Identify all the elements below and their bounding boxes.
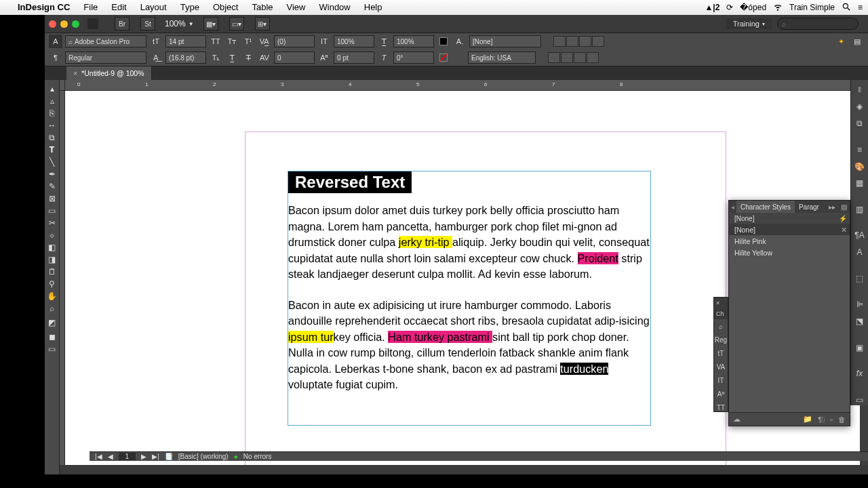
character-mode-icon[interactable]: A — [49, 35, 62, 48]
font-family-input[interactable]: ⌕Adobe Caslon Pro — [65, 35, 146, 47]
menu-edit[interactable]: Edit — [104, 0, 133, 15]
direct-selection-tool-icon[interactable]: ▵ — [45, 95, 60, 107]
content-collector-tool-icon[interactable]: ⧉ — [45, 131, 60, 144]
body-text[interactable]: Bacon ipsum dolor amet duis turkey pork … — [288, 203, 650, 393]
tracking-input[interactable]: 0 — [274, 52, 315, 64]
allcaps-icon[interactable]: TT — [209, 35, 222, 48]
swatches-panel-icon[interactable]: ▦ — [854, 178, 866, 189]
stock-button[interactable]: St — [140, 17, 155, 30]
style-row-none[interactable]: [None] ✕ — [729, 224, 850, 235]
menubar-extras-icon[interactable]: ≡ — [858, 3, 863, 12]
pathfinder-panel-icon[interactable]: ⬔ — [854, 316, 866, 327]
mini-panel-tab[interactable]: Ch — [714, 308, 728, 319]
page-nav-next-icon[interactable]: ▶ — [141, 453, 146, 460]
fill-stroke-swap-icon[interactable]: ◩ — [45, 314, 60, 331]
justify-right-button[interactable] — [574, 52, 586, 63]
line-tool-icon[interactable]: ╲ — [45, 156, 60, 168]
strikethrough-icon[interactable]: T̶ — [241, 51, 255, 64]
color-panel-icon[interactable]: 🎨 — [854, 161, 866, 172]
adobe-cc-icon[interactable]: ▲|2 — [705, 3, 719, 12]
mini-kerning-icon[interactable]: VA — [714, 360, 728, 373]
mini-caps-icon[interactable]: TT — [714, 401, 728, 414]
object-styles-panel-icon[interactable]: ⬚ — [854, 272, 866, 284]
close-window-icon[interactable] — [49, 20, 56, 28]
zoom-window-icon[interactable] — [72, 20, 79, 28]
stroke-panel-icon[interactable]: ≡ — [854, 144, 866, 155]
cc-libraries-icon[interactable]: ▥ — [854, 204, 866, 216]
page-number-input[interactable]: 1 — [119, 453, 136, 460]
screen-mode-button[interactable]: ▭▾ — [229, 17, 244, 30]
hilite-yellow-span[interactable]: jerky tri-tip — [399, 236, 452, 248]
kerning-input[interactable]: (0) — [274, 35, 315, 47]
menu-type[interactable]: Type — [174, 0, 206, 15]
panel-collapse-icon[interactable]: ◂ — [729, 203, 736, 211]
pages-panel-icon[interactable]: ⫴ — [854, 84, 866, 96]
clear-override-icon[interactable]: ✕ — [841, 226, 847, 234]
quick-apply-icon[interactable]: ✦ — [834, 35, 848, 48]
wifi-icon[interactable] — [773, 2, 783, 14]
preflight-errors[interactable]: No errors — [243, 453, 272, 460]
menu-layout[interactable]: Layout — [134, 0, 174, 15]
clear-overrides-icon[interactable]: ¶⃠ — [818, 415, 825, 424]
align-left-button[interactable] — [553, 36, 566, 47]
menu-help[interactable]: Help — [357, 0, 389, 15]
menu-file[interactable]: File — [77, 0, 104, 15]
dropbox-icon[interactable]: �óped — [740, 3, 766, 12]
panel-menu-icon[interactable]: ▤ — [838, 203, 850, 211]
hilite-pink-span[interactable]: Proident — [578, 252, 618, 264]
new-style-flash-icon[interactable]: ⚡ — [839, 215, 847, 222]
screen-mode-tool-icon[interactable]: ▭ — [45, 343, 60, 355]
page-nav-last-icon[interactable]: ▶| — [152, 453, 159, 460]
text-wrap-panel-icon[interactable]: ▣ — [854, 342, 866, 353]
skew-input[interactable]: 0° — [393, 52, 434, 64]
hyperlinks-panel-icon[interactable]: ▭ — [854, 394, 866, 405]
updates-icon[interactable]: ⟳ — [726, 3, 733, 12]
mini-baseline-icon[interactable]: Aª — [714, 387, 728, 401]
mini-font-icon[interactable]: ⌕ — [714, 319, 728, 333]
style-row-hilite-pink[interactable]: Hilite Pink — [729, 235, 850, 247]
bridge-button[interactable]: Br — [115, 17, 130, 30]
document-tab[interactable]: × *Untitled-9 @ 100% — [66, 66, 152, 80]
gap-tool-icon[interactable]: ↔ — [45, 119, 60, 131]
menu-window[interactable]: Window — [313, 0, 357, 15]
free-transform-tool-icon[interactable]: ⟐ — [45, 229, 60, 241]
charstyle-select[interactable]: [None] — [469, 35, 541, 47]
subscript-icon[interactable]: T₁ — [209, 51, 222, 64]
close-tab-icon[interactable]: × — [73, 69, 77, 77]
open-preflight-icon[interactable]: 📑 — [165, 453, 173, 460]
help-search-input[interactable]: ⌕ — [777, 18, 859, 30]
pencil-tool-icon[interactable]: ✎ — [45, 180, 60, 192]
apply-color-icon[interactable]: ◼ — [45, 331, 60, 343]
align-panel-icon[interactable]: ⊫ — [854, 299, 866, 310]
type-tool-icon[interactable]: T — [45, 144, 60, 156]
tab-character-styles[interactable]: Character Styles — [736, 201, 795, 213]
justify-full-button[interactable] — [587, 52, 599, 63]
mini-vscale-icon[interactable]: IT — [714, 373, 728, 387]
minimize-window-icon[interactable] — [60, 20, 68, 28]
zoom-level-select[interactable]: 100%▼ — [159, 19, 199, 28]
preflight-profile[interactable]: [Basic] (working) — [178, 453, 229, 460]
layers-panel-icon[interactable]: ◈ — [854, 101, 866, 113]
user-name[interactable]: Train Simple — [789, 3, 835, 12]
align-justify-button[interactable] — [592, 36, 604, 47]
mini-panel-close-icon[interactable]: × — [716, 300, 719, 306]
workspace-switcher[interactable]: Training▾ — [726, 18, 772, 29]
app-menu[interactable]: InDesign CC — [11, 0, 77, 15]
scissors-tool-icon[interactable]: ✂ — [45, 217, 60, 229]
menu-view[interactable]: View — [280, 0, 313, 15]
panel-expand-icon[interactable]: ▸▸ — [826, 203, 838, 211]
hilite-yellow-span[interactable]: ipsum tur — [288, 331, 334, 343]
menu-table[interactable]: Table — [245, 0, 279, 15]
horizontal-ruler[interactable]: 0 1 2 3 4 5 6 7 8 — [65, 80, 860, 91]
arrange-documents-button[interactable]: ⊞▾ — [255, 17, 270, 30]
fill-icon[interactable] — [437, 35, 450, 48]
panel-menu-icon[interactable]: ▤ — [850, 35, 864, 48]
spotlight-icon[interactable] — [842, 2, 851, 14]
rectangle-frame-tool-icon[interactable]: ⊠ — [45, 192, 60, 205]
font-style-input[interactable]: Regular — [65, 52, 146, 64]
leading-input[interactable]: (16.8 pt) — [165, 52, 206, 64]
align-right-button[interactable] — [579, 36, 591, 47]
paragraph-styles-panel-icon[interactable]: ¶A — [854, 230, 866, 241]
text-frame[interactable]: Reversed Text Bacon ipsum dolor amet dui… — [288, 171, 651, 426]
style-row-hilite-yellow[interactable]: Hilite Yellow — [729, 247, 850, 258]
